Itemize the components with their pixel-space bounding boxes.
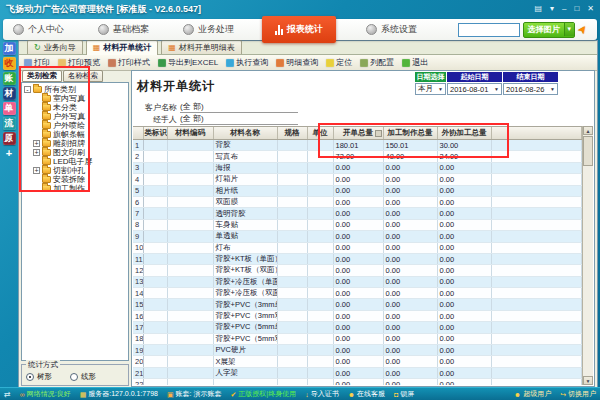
expand-icon[interactable]: + (33, 167, 40, 174)
col-header-6[interactable]: 开单总量 (333, 127, 383, 140)
toolbar-button-0[interactable]: 打印 (24, 57, 50, 68)
search-tab-1[interactable]: 名称检索 (63, 70, 103, 82)
package-icon: ▣ (167, 391, 174, 398)
toolbar-button-1[interactable]: 打印预览 (58, 57, 100, 68)
document-icon[interactable]: ▤ (534, 4, 542, 14)
table-row[interactable]: 9单透贴0.000.000.00 (133, 231, 582, 242)
col-header-1[interactable]: 类标识 (143, 127, 167, 140)
minimize-icon[interactable]: – (562, 4, 566, 14)
status-account-set[interactable]: ▣账套: 演示账套 (167, 389, 222, 399)
toolbar-button-5[interactable]: 明细查询 (276, 57, 318, 68)
side-strip-button-0[interactable]: 加 (3, 42, 16, 55)
status-license[interactable]: ✔正版授权|终身使用 (230, 389, 296, 399)
table-row[interactable]: 2写真布72.0048.0024.00 (133, 151, 582, 162)
status-super-user[interactable]: ☻超级用户 (514, 389, 551, 399)
table-row[interactable]: 3海报0.000.000.00 (133, 162, 582, 173)
status-lock-screen[interactable]: ◘锁屏 (394, 389, 414, 399)
date-filter-select-2[interactable]: 2016-08-26▼ (503, 83, 558, 95)
tree-item-10[interactable]: 加工制作 (24, 184, 128, 193)
stats-mode-option-0[interactable]: 树形 (26, 372, 52, 382)
collapse-icon[interactable]: - (24, 86, 31, 93)
col-header-4[interactable]: 规格 (277, 127, 307, 140)
side-strip-button-6[interactable]: 原 (3, 132, 16, 145)
col-header-8[interactable]: 外协加工总量 (437, 127, 491, 140)
image-search-input[interactable] (458, 23, 520, 37)
folder-icon (42, 104, 51, 111)
toolbar-button-6[interactable]: 定位 (326, 57, 352, 68)
toolbar-button-7[interactable]: 列配置 (360, 57, 394, 68)
status-switch-user[interactable]: ↪切换用户 (560, 389, 596, 399)
skin-icon[interactable]: ▾ (550, 4, 554, 14)
category-tree: -所有类别室内写真未分类户外写真户外喷绘旗帜条幅+雕刻招牌+图文印刷LED电子屏… (21, 82, 129, 361)
scroll-up-icon[interactable]: ▲ (583, 126, 593, 135)
side-strip-button-2[interactable]: 账 (3, 72, 16, 85)
col-header-5[interactable]: 单位 (307, 127, 333, 140)
table-row[interactable]: 14背胶+冷压板（双面）0.000.000.00 (133, 288, 582, 299)
toolbar-button-4[interactable]: 执行查询 (226, 57, 268, 68)
col-header-9[interactable] (491, 127, 582, 140)
expand-icon[interactable]: + (33, 149, 40, 156)
toolbar-icon-5 (276, 59, 284, 67)
status-online-service[interactable]: ☻在线客服 (348, 389, 385, 399)
status-network[interactable]: ∞网络情况:良好 (20, 389, 71, 399)
toolbar-button-2[interactable]: 打印样式 (108, 57, 150, 68)
search-tab-0[interactable]: 类别检索 (22, 70, 62, 82)
expand-icon[interactable]: + (33, 140, 40, 147)
table-row[interactable]: 1背胶180.01150.0130.00 (133, 140, 582, 151)
table-row[interactable]: 16背胶+PVC（3mm双0.000.000.00 (133, 310, 582, 321)
col-header-2[interactable]: 材料编码 (167, 127, 213, 140)
table-row[interactable]: 13背胶+冷压板（单面）0.000.000.00 (133, 276, 582, 287)
status-label: 在线客服 (357, 389, 385, 399)
col-header-7[interactable]: 加工制作总量 (383, 127, 437, 140)
side-strip-button-4[interactable]: 单 (3, 102, 16, 115)
select-image-button[interactable]: 选择图片 ▼ (523, 22, 575, 38)
col-header-3[interactable]: 材料名称 (213, 127, 277, 140)
side-strip-button-3[interactable]: 材 (3, 87, 16, 100)
toolbar-icon-0 (24, 59, 32, 67)
status-import-cert[interactable]: ↓导入证书 (305, 389, 339, 399)
table-row[interactable]: 10灯布0.000.000.00 (133, 242, 582, 253)
cursor-pointer-icon: ➤ (574, 22, 590, 37)
table-row[interactable]: 7透明背胶0.000.000.00 (133, 208, 582, 219)
table-row[interactable]: 15背胶+PVC（3mm单0.000.000.00 (133, 299, 582, 310)
table-row[interactable]: 19PVC硬片0.000.000.00 (133, 345, 582, 356)
side-strip-button-1[interactable]: 收 (3, 57, 16, 70)
nav-item-4[interactable]: 系统设置 (366, 23, 417, 36)
status-server[interactable]: ▦服务器:127.0.0.1:7798 (80, 389, 158, 399)
nav-item-3[interactable]: 报表统计 (262, 16, 336, 43)
nav-item-2[interactable]: 业务处理 (183, 23, 234, 36)
nav-item-label: 系统设置 (381, 23, 417, 36)
table-row[interactable]: 220.000.000.00 (133, 379, 582, 385)
table-row[interactable]: 4灯箱片0.000.000.00 (133, 174, 582, 185)
side-strip-button-7[interactable]: + (3, 147, 16, 160)
table-row[interactable]: 8车身贴0.000.000.00 (133, 219, 582, 230)
filter-value[interactable]: (全 部) (180, 113, 298, 125)
col-header-0[interactable] (133, 127, 143, 140)
filter-value[interactable]: (全 部) (180, 101, 298, 113)
table-row[interactable]: 6双面膜0.000.000.00 (133, 196, 582, 207)
table-row[interactable]: 17背胶+PVC（5mm单0.000.000.00 (133, 322, 582, 333)
side-strip-button-5[interactable]: 流 (3, 117, 16, 130)
table-row[interactable]: 20X展架0.000.000.00 (133, 356, 582, 367)
stats-mode-option-1[interactable]: 线形 (70, 372, 96, 382)
scroll-down-icon[interactable]: ▼ (583, 376, 593, 385)
table-row[interactable]: 21人字架0.000.000.00 (133, 367, 582, 378)
left-panel: 类别检索名称检索 -所有类别室内写真未分类户外写真户外喷绘旗帜条幅+雕刻招牌+图… (21, 70, 129, 387)
maximize-icon[interactable]: □ (574, 4, 579, 14)
date-filter-select-0[interactable]: 本月▼ (415, 83, 446, 95)
nav-item-0[interactable]: 个人中心 (13, 23, 64, 36)
table-row[interactable]: 18背胶+PVC（5mm双0.000.000.00 (133, 333, 582, 344)
table-row[interactable]: 5相片纸0.000.000.00 (133, 185, 582, 196)
table-row[interactable]: 12背胶+KT板（双面）0.000.000.00 (133, 265, 582, 276)
nav-item-label: 业务处理 (198, 23, 234, 36)
nav-item-1[interactable]: 基础档案 (98, 23, 149, 36)
scroll-thumb[interactable] (583, 136, 593, 166)
side-strip: 加收账材单流原+ (0, 40, 18, 388)
table-row[interactable]: 11背胶+KT板（单面）0.000.000.00 (133, 253, 582, 264)
toolbar-button-8[interactable]: 退出 (402, 57, 428, 68)
date-filter-select-1[interactable]: 2016-08-01▼ (447, 83, 502, 95)
vertical-scrollbar[interactable]: ▲ ▼ (582, 126, 593, 385)
close-icon[interactable]: ✕ (587, 4, 594, 14)
toolbar-button-3[interactable]: 导出到EXCEL (158, 57, 218, 68)
chevron-down-icon[interactable]: ▼ (564, 23, 574, 36)
